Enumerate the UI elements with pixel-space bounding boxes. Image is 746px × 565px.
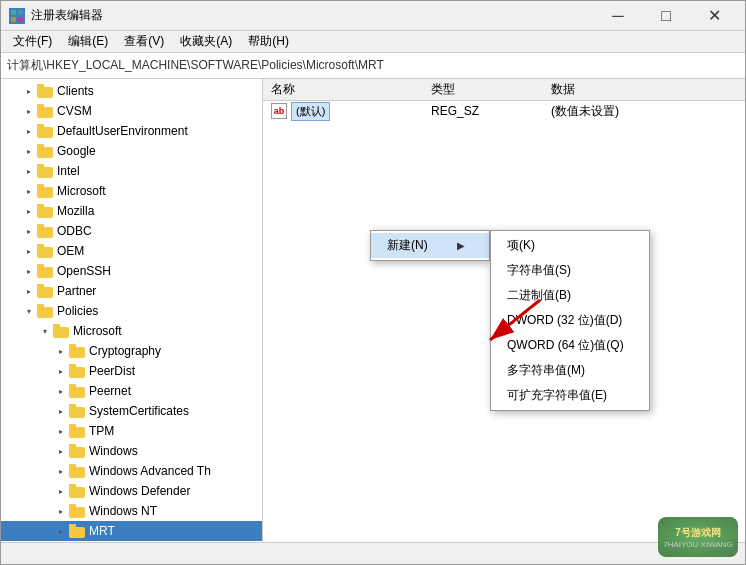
ctx-sub-item[interactable]: 字符串值(S) <box>491 258 649 283</box>
tree-toggle-icon: ▸ <box>21 223 37 239</box>
watermark-line2: 7HAIYOU XIWANG <box>663 540 733 549</box>
ctx-sub-item[interactable]: 二进制值(B) <box>491 283 649 308</box>
context-menu-overlay: 新建(N) ▶ 项(K)字符串值(S)二进制值(B)DWORD (32 位)值(… <box>370 230 650 411</box>
ctx-sub-item[interactable]: QWORD (64 位)值(Q) <box>491 333 649 358</box>
tree-item-label: MRT <box>89 524 115 538</box>
folder-icon <box>69 384 85 398</box>
folder-icon <box>69 484 85 498</box>
ctx-sub-item[interactable]: 多字符串值(M) <box>491 358 649 383</box>
tree-item-label: DefaultUserEnvironment <box>57 124 188 138</box>
tree-toggle-icon: ▸ <box>53 523 69 539</box>
folder-icon <box>37 124 53 138</box>
tree-item-google[interactable]: ▸Google <box>1 141 262 161</box>
tree-item-partner[interactable]: ▸Partner <box>1 281 262 301</box>
watermark-line1: 7号游戏网 <box>675 526 721 540</box>
folder-icon <box>37 264 53 278</box>
context-menu-main: 新建(N) ▶ <box>370 230 490 261</box>
close-button[interactable]: ✕ <box>691 1 737 31</box>
tree-item-intel[interactable]: ▸Intel <box>1 161 262 181</box>
tree-item-mrt[interactable]: ▸MRT <box>1 521 262 541</box>
menu-item-a[interactable]: 收藏夹(A) <box>172 31 240 52</box>
tree-item-tpm[interactable]: ▸TPM <box>1 421 262 441</box>
tree-item-peerdist[interactable]: ▸PeerDist <box>1 361 262 381</box>
tree-item-label: CVSM <box>57 104 92 118</box>
tree-item-label: Windows Advanced Th <box>89 464 211 478</box>
reg-value-icon: ab <box>271 103 287 119</box>
tree-item-label: Mozilla <box>57 204 94 218</box>
tree-item-systemcerts[interactable]: ▸SystemCertificates <box>1 401 262 421</box>
tree-toggle-icon: ▸ <box>53 343 69 359</box>
tree-item-label: Windows NT <box>89 504 157 518</box>
tree-item-policies[interactable]: ▾Policies <box>1 301 262 321</box>
folder-icon <box>69 404 85 418</box>
tree-item-cvsm[interactable]: ▸CVSM <box>1 101 262 121</box>
tree-item-oem[interactable]: ▸OEM <box>1 241 262 261</box>
folder-icon <box>69 444 85 458</box>
cell-type: REG_SZ <box>427 104 547 118</box>
tree-item-microsoft-top[interactable]: ▸Microsoft <box>1 181 262 201</box>
folder-icon <box>37 304 53 318</box>
tree-toggle-icon: ▸ <box>53 363 69 379</box>
cell-name: ab(默认) <box>267 102 427 121</box>
tree-toggle-icon: ▸ <box>53 483 69 499</box>
tree-item-win-defender[interactable]: ▸Windows Defender <box>1 481 262 501</box>
col-header-type: 类型 <box>427 81 547 98</box>
tree-item-label: OpenSSH <box>57 264 111 278</box>
title-bar: 注册表编辑器 ─ □ ✕ <box>1 1 745 31</box>
tree-item-peernet[interactable]: ▸Peernet <box>1 381 262 401</box>
address-bar: 计算机\HKEY_LOCAL_MACHINE\SOFTWARE\Policies… <box>1 53 745 79</box>
tree-item-odbc[interactable]: ▸ODBC <box>1 221 262 241</box>
menu-item-h[interactable]: 帮助(H) <box>240 31 297 52</box>
app-icon <box>9 8 25 24</box>
tree-item-mozilla[interactable]: ▸Mozilla <box>1 201 262 221</box>
context-menu-sub: 项(K)字符串值(S)二进制值(B)DWORD (32 位)值(D)QWORD … <box>490 230 650 411</box>
tree-item-label: Google <box>57 144 96 158</box>
folder-icon <box>69 364 85 378</box>
tree-item-defaultuserenv[interactable]: ▸DefaultUserEnvironment <box>1 121 262 141</box>
folder-icon <box>37 184 53 198</box>
tree-toggle-icon: ▸ <box>53 423 69 439</box>
registry-tree[interactable]: ▸Clients▸CVSM▸DefaultUserEnvironment▸Goo… <box>1 79 263 542</box>
tree-item-label: Policies <box>57 304 98 318</box>
cell-data: (数值未设置) <box>547 103 741 120</box>
tree-item-label: Windows <box>89 444 138 458</box>
ctx-new-label: 新建(N) <box>387 237 428 254</box>
folder-icon <box>37 164 53 178</box>
tree-item-win-nt[interactable]: ▸Windows NT <box>1 501 262 521</box>
tree-toggle-icon: ▸ <box>21 243 37 259</box>
ctx-item-new[interactable]: 新建(N) ▶ <box>371 233 489 258</box>
tree-item-cryptography[interactable]: ▸Cryptography <box>1 341 262 361</box>
tree-item-openssh[interactable]: ▸OpenSSH <box>1 261 262 281</box>
folder-icon <box>37 224 53 238</box>
tree-toggle-icon: ▸ <box>21 263 37 279</box>
menu-item-f[interactable]: 文件(F) <box>5 31 60 52</box>
menu-item-v[interactable]: 查看(V) <box>116 31 172 52</box>
folder-icon <box>53 324 69 338</box>
tree-item-clients[interactable]: ▸Clients <box>1 81 262 101</box>
tree-toggle-icon: ▸ <box>21 183 37 199</box>
table-row[interactable]: ab(默认)REG_SZ(数值未设置) <box>263 101 745 121</box>
folder-icon <box>37 84 53 98</box>
tree-toggle-icon: ▸ <box>53 403 69 419</box>
column-headers: 名称 类型 数据 <box>263 79 745 101</box>
tree-item-label: Windows Defender <box>89 484 190 498</box>
tree-toggle-icon: ▸ <box>21 203 37 219</box>
tree-item-windows[interactable]: ▸Windows <box>1 441 262 461</box>
tree-item-label: PeerDist <box>89 364 135 378</box>
tree-toggle-icon: ▸ <box>21 283 37 299</box>
ctx-sub-item[interactable]: 可扩充字符串值(E) <box>491 383 649 408</box>
tree-item-label: OEM <box>57 244 84 258</box>
minimize-button[interactable]: ─ <box>595 1 641 31</box>
address-prefix: 计算机\HKEY_LOCAL_MACHINE\SOFTWARE\Policies… <box>7 57 384 74</box>
menu-item-e[interactable]: 编辑(E) <box>60 31 116 52</box>
tree-item-label: Peernet <box>89 384 131 398</box>
maximize-button[interactable]: □ <box>643 1 689 31</box>
ctx-sub-item[interactable]: 项(K) <box>491 233 649 258</box>
tree-item-label: Microsoft <box>57 184 106 198</box>
tree-item-microsoft-pol[interactable]: ▾Microsoft <box>1 321 262 341</box>
ctx-sub-item[interactable]: DWORD (32 位)值(D) <box>491 308 649 333</box>
menu-bar: 文件(F)编辑(E)查看(V)收藏夹(A)帮助(H) <box>1 31 745 53</box>
tree-item-win-advanced[interactable]: ▸Windows Advanced Th <box>1 461 262 481</box>
tree-item-label: ODBC <box>57 224 92 238</box>
tree-toggle-icon: ▸ <box>21 83 37 99</box>
